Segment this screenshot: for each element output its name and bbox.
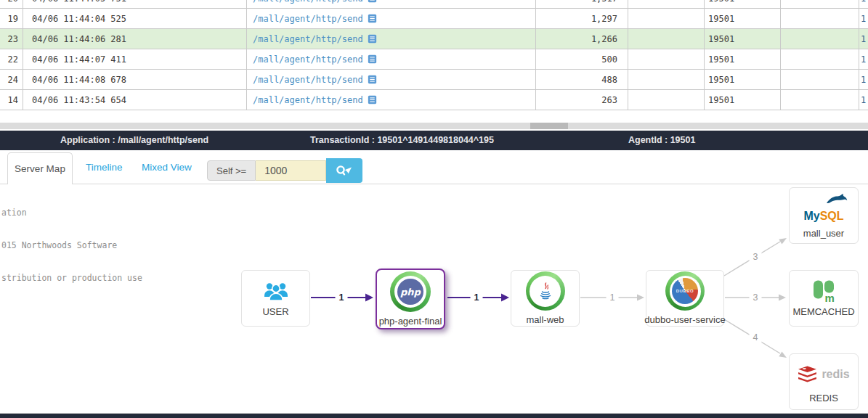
document-icon[interactable]	[368, 75, 377, 84]
node-redis[interactable]: redis REDIS	[789, 353, 859, 410]
row-blank	[781, 49, 859, 69]
node-mysql-mall-user[interactable]: MySQL mall_user	[789, 187, 859, 244]
mysql-word-sql: SQL	[820, 210, 844, 222]
row-tail[interactable]: 1	[859, 70, 868, 89]
table-row[interactable]: 24 04/06 11:44:08 678 /mall/agent/http/s…	[0, 70, 868, 90]
agent-id-label: AgentId : 19501	[628, 131, 695, 150]
bottom-bar	[0, 414, 868, 418]
mysql-icon: MySQL	[798, 192, 849, 224]
document-icon[interactable]	[368, 0, 377, 3]
row-response-time: 488	[536, 70, 628, 89]
edge-count-dubbo-redis: 4	[750, 332, 762, 343]
self-filter-input[interactable]	[256, 160, 326, 181]
transaction-detail-bar: Application : /mall/agent/http/send Tran…	[0, 131, 868, 150]
row-id: 24	[0, 70, 23, 89]
watermark-line: 015 Northwoods Software	[1, 240, 142, 251]
row-agent-id: 19501	[705, 9, 781, 28]
node-label: REDIS	[809, 393, 838, 403]
row-tail[interactable]: 1	[859, 29, 868, 49]
application-label: Application : /mall/agent/http/send	[60, 131, 208, 150]
edge-count-user-php: 1	[336, 292, 348, 303]
table-row-selected[interactable]: 23 04/06 11:44:06 281 /mall/agent/http/s…	[0, 29, 868, 49]
self-filter-group: Self >=	[207, 158, 362, 183]
edge-count-dubbo-mysql: 3	[750, 252, 762, 262]
node-php-agent-final[interactable]: php php-agent-final	[376, 269, 445, 329]
document-icon[interactable]	[368, 54, 377, 64]
row-response-time: 1,297	[536, 9, 628, 28]
tab-mixed-view[interactable]: Mixed View	[142, 150, 192, 184]
mysql-wordmark: MySQL	[798, 210, 849, 223]
gojs-watermark: ation 015 Northwoods Software stribution…	[1, 186, 142, 306]
row-start-time: 04/06 11:44:08 678	[23, 70, 247, 89]
tab-timeline[interactable]: Timeline	[86, 150, 123, 184]
row-agent-id: 19501	[705, 29, 781, 49]
node-dubbo-user-service[interactable]: DUBBO dubbo-user-service	[646, 270, 724, 327]
row-tail[interactable]: 1	[859, 0, 868, 8]
scrollbar-thumb[interactable]	[530, 123, 568, 129]
document-icon[interactable]	[368, 34, 377, 44]
row-exception	[628, 90, 705, 110]
watermark-line: stribution or production use	[1, 273, 142, 284]
row-path-link[interactable]: /mall/agent/http/send	[247, 9, 536, 28]
document-icon[interactable]	[368, 95, 377, 104]
transaction-id-label: TransactionId : 19501^1491449818044^195	[310, 131, 494, 150]
node-label: MEMCACHED	[792, 306, 854, 317]
edge-count-mallweb-dubbo: 1	[607, 292, 619, 303]
node-label: mall_user	[803, 228, 844, 239]
row-exception	[628, 70, 705, 89]
row-response-time: 500	[536, 49, 628, 69]
table-row[interactable]: 20 04/06 11:44:05 751 /mall/agent/http/s…	[0, 0, 868, 9]
row-start-time: 04/06 11:44:07 411	[23, 49, 247, 69]
dubbo-logo-text: DUBBO	[676, 289, 694, 293]
path-text: /mall/agent/http/send	[253, 14, 363, 24]
row-start-time: 04/06 11:44:06 281	[23, 29, 247, 49]
response-ring	[526, 271, 565, 311]
response-ring: DUBBO	[665, 271, 705, 311]
node-label: USER	[262, 306, 288, 317]
row-blank	[781, 0, 859, 8]
filter-search-button[interactable]	[326, 158, 362, 183]
redis-wordmark: redis	[822, 368, 849, 381]
table-row[interactable]: 19 04/06 11:44:04 525 /mall/agent/http/s…	[0, 9, 868, 29]
node-user[interactable]: USER	[241, 270, 310, 327]
node-memcached[interactable]: m MEMCACHED	[789, 270, 859, 327]
server-map-canvas[interactable]: ation 015 Northwoods Software stribution…	[0, 184, 868, 414]
node-label: mall-web	[526, 314, 564, 325]
row-response-time: 1,266	[536, 29, 628, 49]
row-tail[interactable]: 1	[859, 49, 868, 69]
row-path-link[interactable]: /mall/agent/http/send	[247, 70, 536, 89]
path-text: /mall/agent/http/send	[253, 75, 363, 85]
memcached-icon: m	[811, 279, 836, 303]
row-agent-id: 19501	[705, 90, 781, 110]
response-ring: php	[390, 271, 431, 312]
row-id: 22	[0, 49, 23, 69]
search-go-icon	[335, 164, 354, 177]
row-start-time: 04/06 11:44:05 751	[23, 0, 247, 8]
row-path-link[interactable]: /mall/agent/http/send	[247, 49, 536, 69]
row-start-time: 04/06 11:44:04 525	[23, 9, 247, 28]
row-id: 19	[0, 9, 23, 28]
row-path-link[interactable]: /mall/agent/http/send	[247, 0, 536, 8]
row-tail[interactable]: 1	[859, 90, 868, 110]
view-tabbar: Server Map Timeline Mixed View Self >=	[0, 150, 868, 184]
row-exception	[628, 49, 705, 69]
edge-count-dubbo-memcached: 3	[750, 292, 762, 303]
horizontal-scrollbar[interactable]	[0, 123, 868, 129]
row-agent-id: 19501	[705, 0, 781, 8]
row-blank	[781, 9, 859, 28]
row-tail[interactable]: 1	[859, 9, 868, 28]
tab-server-map[interactable]: Server Map	[7, 152, 73, 184]
document-icon[interactable]	[368, 14, 377, 23]
mysql-word-my: My	[803, 210, 819, 222]
row-response-time: 1,517	[536, 0, 628, 8]
row-agent-id: 19501	[705, 49, 781, 69]
row-path-link[interactable]: /mall/agent/http/send	[247, 90, 536, 110]
svg-text:m: m	[825, 292, 835, 303]
path-text: /mall/agent/http/send	[253, 54, 363, 65]
table-row[interactable]: 14 04/06 11:43:54 654 /mall/agent/http/s…	[0, 90, 868, 110]
self-filter-label: Self >=	[207, 160, 256, 181]
table-row[interactable]: 22 04/06 11:44:07 411 /mall/agent/http/s…	[0, 49, 868, 70]
path-text: /mall/agent/http/send	[253, 95, 363, 105]
row-path-link[interactable]: /mall/agent/http/send	[247, 29, 536, 49]
node-mall-web[interactable]: mall-web	[511, 270, 580, 327]
